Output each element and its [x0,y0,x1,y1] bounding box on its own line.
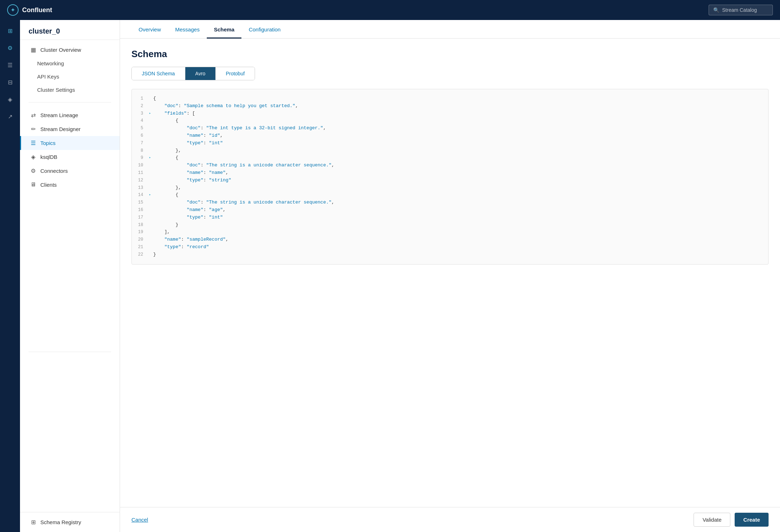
search-label: Stream Catalog [722,7,757,13]
code-line-6: 6 "name": "id", [132,132,768,140]
code-line-9: 9 ▸ { [132,154,768,162]
topics-label: Topics [40,140,56,146]
bottom-bar: Cancel Validate Create [120,507,780,532]
sidebar-icon-document[interactable]: ☰ [3,58,17,72]
code-line-11: 11 "name": "name", [132,169,768,177]
connectors-label: Connectors [40,168,68,174]
logo-icon: ✦ [7,4,19,16]
code-line-8: 8 }, [132,147,768,155]
code-line-16: 16 "name": "age", [132,206,768,214]
ksqldb-icon: ◈ [30,154,37,160]
top-nav: ✦ Confluent 🔍 Stream Catalog [0,0,780,20]
code-line-5: 5 "doc": "The int type is a 32-bit signe… [132,125,768,132]
sidebar-icon-home[interactable]: ⊞ [3,24,17,38]
code-line-15: 15 "doc": "The string is a unicode chara… [132,199,768,206]
nav-item-stream-lineage[interactable]: ⇄ Stream Lineage [20,108,120,122]
stream-catalog-search[interactable]: 🔍 Stream Catalog [709,5,773,15]
stream-designer-icon: ✏ [30,126,37,132]
connectors-icon: ⚙ [30,167,37,174]
tabs-bar: Overview Messages Schema Configuration [120,20,780,39]
topics-icon: ☰ [30,140,37,146]
cancel-button[interactable]: Cancel [131,517,148,523]
nav-item-ksqldb[interactable]: ◈ ksqlDB [20,150,120,164]
cluster-nav-section: ▦ Cluster Overview Networking API Keys C… [20,40,120,99]
clients-label: Clients [40,182,57,188]
tab-configuration[interactable]: Configuration [241,20,288,39]
code-line-21: 21 "type": "record" [132,244,768,251]
create-button[interactable]: Create [735,513,769,527]
icon-sidebar: ⊞ ⚙ ☰ ⊟ ◈ ↗ [0,20,20,532]
schema-content: Schema JSON Schema Avro Protobuf 1 { 2 "… [120,39,780,507]
nav-item-stream-designer[interactable]: ✏ Stream Designer [20,122,120,136]
nav-item-schema-registry[interactable]: ⊞ Schema Registry [20,515,120,529]
tab-avro[interactable]: Avro [185,67,216,80]
code-line-20: 20 "name": "sampleRecord", [132,236,768,244]
tab-overview[interactable]: Overview [131,20,168,39]
code-line-10: 10 "doc": "The string is a unicode chara… [132,162,768,169]
tab-json-schema[interactable]: JSON Schema [132,67,185,80]
code-line-19: 19 ], [132,229,768,236]
main-nav-section: ⇄ Stream Lineage ✏ Stream Designer ☰ Top… [20,105,120,194]
schema-title: Schema [131,49,769,60]
nav-divider-2 [29,352,111,352]
code-line-2: 2 "doc": "Sample schema to help you get … [132,102,768,110]
cluster-overview-icon: ▦ [30,46,37,53]
nav-item-connectors[interactable]: ⚙ Connectors [20,164,120,178]
code-line-12: 12 "type": "string" [132,177,768,184]
code-line-13: 13 }, [132,184,768,192]
cluster-overview-label: Cluster Overview [40,47,81,53]
code-line-18: 18 } [132,221,768,229]
bottom-nav-section: ⊞ Schema Registry [20,512,120,532]
schema-registry-label: Schema Registry [40,519,81,525]
code-line-17: 17 "type": "int" [132,214,768,221]
search-icon: 🔍 [713,7,719,13]
left-nav: cluster_0 ▦ Cluster Overview Networking … [20,20,120,532]
ksqldb-label: ksqlDB [40,154,58,160]
stream-lineage-icon: ⇄ [30,112,37,119]
stream-designer-label: Stream Designer [40,126,81,132]
validate-button[interactable]: Validate [694,513,730,527]
tab-protobuf[interactable]: Protobuf [216,67,255,80]
code-line-14: 14 ▸ { [132,191,768,199]
nav-item-cluster-overview[interactable]: ▦ Cluster Overview [20,43,120,57]
nav-divider-1 [29,102,111,102]
code-line-4: 4 { [132,117,768,125]
cluster-name: cluster_0 [20,20,120,40]
code-line-3: 3 ▸ "fields": [ [132,110,768,117]
schema-registry-icon: ⊞ [30,519,37,526]
action-buttons: Validate Create [694,513,769,527]
tab-messages[interactable]: Messages [168,20,207,39]
sidebar-icon-billing[interactable]: ⊟ [3,75,17,89]
app-name: Confluent [22,6,52,14]
code-line-1: 1 { [132,95,768,102]
stream-lineage-label: Stream Lineage [40,112,78,118]
logo: ✦ Confluent [7,4,52,16]
nav-item-api-keys[interactable]: API Keys [20,70,120,83]
schema-type-tabs: JSON Schema Avro Protobuf [131,67,255,80]
code-line-22: 22 } [132,251,768,259]
schema-code-block: 1 { 2 "doc": "Sample schema to help you … [131,89,769,265]
clients-icon: 🖥 [30,181,37,188]
sidebar-icon-network[interactable]: ◈ [3,92,17,106]
sidebar-icon-share[interactable]: ↗ [3,109,17,124]
code-line-7: 7 "type": "int" [132,140,768,147]
content-area: Overview Messages Schema Configuration S… [120,20,780,532]
nav-item-cluster-settings[interactable]: Cluster Settings [20,83,120,96]
sidebar-icon-settings[interactable]: ⚙ [3,41,17,55]
nav-item-networking[interactable]: Networking [20,57,120,70]
tab-schema[interactable]: Schema [207,20,242,39]
nav-item-topics[interactable]: ☰ Topics [20,136,120,150]
nav-item-clients[interactable]: 🖥 Clients [20,178,120,191]
